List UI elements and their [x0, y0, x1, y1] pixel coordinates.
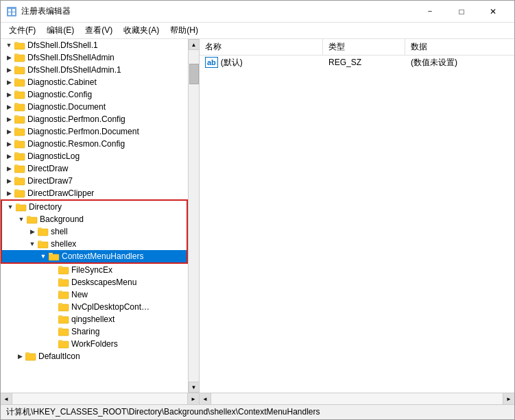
tree-item[interactable]: ▼ContextMenuHandlers — [2, 250, 187, 262]
hscroll-right: ◄ ► — [200, 393, 514, 404]
tree-item[interactable]: ▶Diagnostic.Perfmon.Config — [1, 113, 188, 125]
folder-icon — [14, 53, 25, 62]
expander-icon[interactable]: ▶ — [3, 153, 14, 160]
tree-item[interactable]: ▼Directory — [2, 201, 187, 213]
expander-icon[interactable]: ▶ — [3, 116, 14, 123]
tree-item-label: DefaultIcon — [38, 351, 80, 361]
expander-icon[interactable]: ▶ — [27, 228, 38, 235]
expander-icon[interactable]: ▼ — [16, 216, 27, 223]
svg-rect-51 — [27, 216, 31, 218]
expander-icon[interactable]: ▶ — [3, 103, 14, 110]
vscroll-thumb[interactable] — [189, 64, 199, 84]
hscroll-right-right-btn[interactable]: ► — [503, 393, 514, 405]
hscroll-left-track — [12, 393, 187, 404]
tree-item[interactable]: ▶DfsShell.DfsShellAdmin.1 — [1, 64, 188, 76]
tree-item[interactable]: ▼DfsShell.DfsShell.1 — [1, 39, 188, 51]
tree-item[interactable]: WorkFolders — [1, 338, 188, 350]
svg-rect-54 — [38, 227, 42, 230]
tree-item[interactable]: ▶Diagnostic.Cabinet — [1, 76, 188, 88]
svg-rect-4 — [12, 12, 15, 15]
folder-icon — [38, 227, 49, 236]
folder-icon — [14, 40, 25, 50]
expander-icon[interactable]: ▶ — [3, 165, 14, 172]
tree-item[interactable]: ▶DiagnosticLog — [1, 150, 188, 162]
svg-rect-46 — [16, 205, 26, 211]
folder-icon — [58, 277, 69, 287]
hscroll-left-btn[interactable]: ◄ — [1, 393, 12, 405]
folder-icon — [58, 339, 69, 349]
tree-item[interactable]: ▼Background — [2, 213, 187, 225]
tree-item[interactable]: ▶DirectDraw — [1, 162, 188, 175]
svg-rect-30 — [14, 141, 25, 148]
expander-icon[interactable]: ▼ — [3, 42, 14, 49]
tree-item-label: shellex — [51, 239, 76, 249]
ab-icon: ab — [205, 57, 218, 68]
tree-item[interactable]: DeskscapesMenu — [1, 276, 188, 288]
tree-item[interactable]: ▶shell — [2, 225, 187, 238]
svg-rect-67 — [58, 280, 69, 286]
close-button[interactable]: ✕ — [477, 3, 509, 21]
minimize-button[interactable]: － — [414, 3, 446, 21]
expander-icon[interactable]: ▼ — [5, 203, 16, 210]
menu-item[interactable]: 编辑(E) — [41, 23, 80, 38]
expander-icon[interactable]: ▶ — [3, 128, 14, 135]
tree-item[interactable]: ▶Diagnostic.Document — [1, 101, 188, 113]
tree-item[interactable]: ▶DirectDraw7 — [1, 175, 188, 187]
svg-rect-7 — [14, 42, 19, 44]
tree-item[interactable]: ▶Diagnostic.Perfmon.Document — [1, 125, 188, 138]
tree-vscroll[interactable]: ▲ ▼ — [188, 39, 199, 393]
tree-item[interactable]: ▼shellex — [2, 238, 187, 250]
expander-icon[interactable]: ▶ — [3, 177, 14, 184]
tree-item[interactable]: NvCplDesktopCont… — [1, 301, 188, 313]
svg-rect-80 — [58, 328, 62, 330]
vscroll-up-btn[interactable]: ▲ — [189, 39, 200, 50]
svg-rect-2 — [12, 9, 15, 12]
folder-icon — [14, 102, 25, 112]
tree-item-label: qingshellext — [71, 314, 115, 324]
tree-item[interactable]: FileSyncEx — [1, 264, 188, 276]
menu-item[interactable]: 收藏夹(A) — [118, 23, 165, 38]
menu-item[interactable]: 文件(F) — [3, 23, 41, 38]
expander-icon[interactable]: ▶ — [3, 66, 14, 73]
tree-item[interactable]: ▶DirectDrawClipper — [1, 187, 188, 199]
expander-icon[interactable]: ▶ — [3, 91, 14, 98]
svg-rect-19 — [14, 90, 19, 92]
tree-item[interactable]: ▶Diagnostic.Resmon.Config — [1, 138, 188, 150]
bottom-scrollbars: ◄ ► ◄ ► — [1, 393, 514, 404]
detail-row[interactable]: ab(默认)REG_SZ(数值未设置) — [200, 55, 514, 69]
expander-icon[interactable]: ▼ — [27, 240, 38, 247]
maximize-button[interactable]: □ — [446, 3, 477, 21]
hscroll-right-left-btn[interactable]: ◄ — [200, 393, 211, 405]
window-controls: － □ ✕ — [414, 3, 509, 21]
hscroll-left-right-btn[interactable]: ► — [187, 393, 199, 405]
tree-scroll-content: ▼DfsShell.DfsShell.1▶DfsShell.DfsShellAd… — [1, 39, 188, 393]
expander-icon[interactable]: ▶ — [3, 54, 14, 61]
expander-icon[interactable]: ▶ — [3, 190, 14, 197]
tree-item[interactable]: ▶DefaultIcon — [1, 350, 188, 362]
tree-item-label: DfsShell.DfsShellAdmin — [27, 53, 115, 62]
svg-rect-43 — [14, 189, 19, 191]
tree-item[interactable]: ▶Diagnostic.Config — [1, 88, 188, 101]
folder-icon — [58, 314, 69, 324]
expander-icon[interactable]: ▶ — [3, 79, 14, 86]
menu-item[interactable]: 帮助(H) — [165, 23, 204, 38]
svg-rect-74 — [58, 303, 62, 305]
window-title: 注册表编辑器 — [21, 5, 414, 17]
menu-item[interactable]: 查看(V) — [80, 23, 118, 38]
folder-icon — [58, 327, 69, 336]
svg-rect-85 — [25, 354, 36, 360]
folder-icon — [14, 90, 25, 99]
expander-icon[interactable]: ▶ — [3, 140, 14, 147]
vscroll-down-btn[interactable]: ▼ — [189, 382, 200, 393]
tree-item[interactable]: Sharing — [1, 325, 188, 338]
tree-item[interactable]: ▶DfsShell.DfsShellAdmin — [1, 51, 188, 64]
tree-item[interactable]: qingshellext — [1, 313, 188, 325]
expander-icon[interactable]: ▶ — [14, 353, 25, 360]
expander-icon[interactable]: ▼ — [38, 253, 49, 260]
svg-rect-83 — [58, 340, 62, 342]
folder-icon — [58, 265, 69, 275]
svg-rect-76 — [58, 317, 69, 323]
tree-item[interactable]: New — [1, 288, 188, 301]
folder-icon — [14, 164, 25, 173]
tree-item-label: DfsShell.DfsShell.1 — [27, 40, 98, 50]
